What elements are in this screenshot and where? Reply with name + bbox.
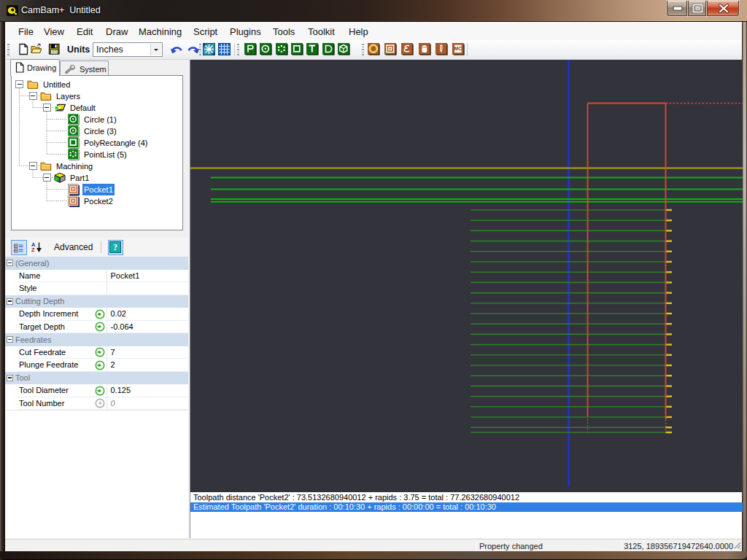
svg-text:?: ? <box>113 243 117 252</box>
svg-text:MC: MC <box>454 46 462 51</box>
svg-text:Z: Z <box>31 246 35 252</box>
